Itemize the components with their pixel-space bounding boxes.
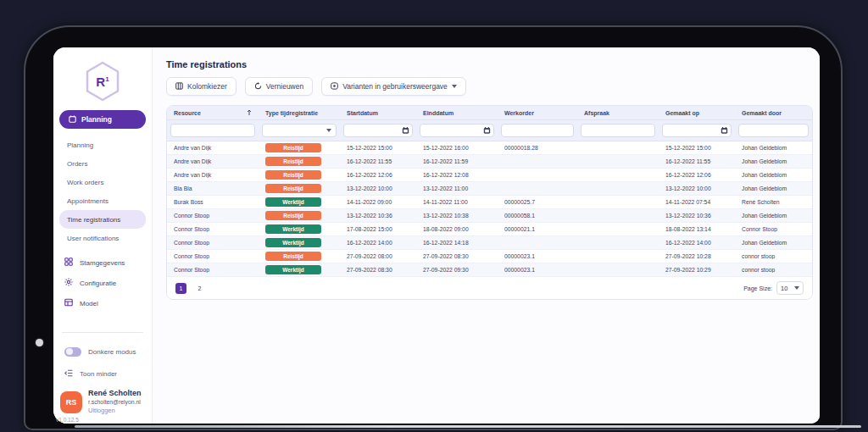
sidebar-item-planning-main[interactable]: Planning [59, 110, 146, 129]
collapse-icon [64, 369, 73, 379]
column-header-afspraak[interactable]: Afspraak [577, 110, 659, 116]
sidebar-divider [62, 332, 143, 333]
cell-end: 16-12-2022 11:59 [416, 158, 498, 164]
cell-start: 16-12-2022 14:00 [340, 240, 416, 246]
filter-afspraak-input[interactable] [581, 124, 655, 137]
column-header-gemaakt-op[interactable]: Gemaakt op [659, 110, 735, 116]
column-label: Startdatum [347, 110, 378, 116]
dark-mode-label: Donkere modus [88, 348, 136, 356]
table-row[interactable]: Burak BossWerktijd14-11-2022 09:0014-11-… [167, 196, 812, 209]
table-row[interactable]: Andre van DijkReistijd15-12-2022 15:0015… [167, 141, 812, 155]
sidebar-item-label: Configuratie [80, 280, 116, 287]
cell-werkorder: 00000023.1 [498, 253, 577, 259]
table-row[interactable]: Andre van DijkReistijd16-12-2022 12:0616… [167, 169, 812, 182]
sidebar-item-appointments[interactable]: Appointments [53, 191, 152, 210]
camera-dot [36, 339, 43, 346]
type-badge: Reistijd [265, 157, 321, 166]
cell-type: Reistijd [259, 157, 340, 166]
column-label: Afspraak [584, 110, 609, 116]
chevron-down-icon [794, 286, 799, 290]
cell-created_by: Johan Geldeblom [735, 213, 812, 219]
tablet-bottom-edge [75, 425, 861, 428]
cell-created_on: 15-12-2022 15:00 [659, 145, 735, 151]
filter-werkorder-input[interactable] [501, 124, 574, 137]
cell-resource: Andre van Dijk [167, 145, 259, 151]
calendar-icon [69, 115, 76, 125]
filter-gemaakt-door-input[interactable] [738, 124, 809, 137]
table-row[interactable]: Bla BlaReistijd13-12-2022 10:0013-12-202… [167, 182, 812, 196]
cell-end: 16-12-2022 14:18 [416, 240, 498, 246]
filter-resource-input[interactable] [170, 124, 255, 137]
sidebar-item-stamgegevens[interactable]: Stamgegevens [53, 252, 152, 273]
cell-type: Werktijd [259, 238, 340, 247]
sidebar-item-configuratie[interactable]: Configuratie [53, 273, 152, 293]
sidebar-item-time-registrations[interactable]: Time registrations [59, 210, 146, 229]
app-window: R1 Planning Planning Orders Work orders … [53, 47, 820, 424]
cell-start: 13-12-2022 10:00 [340, 186, 416, 191]
sidebar-item-user-notifications[interactable]: User notifications [53, 229, 152, 247]
page-size-label: Page Size: [743, 285, 772, 291]
cell-end: 15-12-2022 16:00 [416, 145, 498, 151]
calendar-icon [483, 127, 491, 135]
table-row[interactable]: Andre van DijkReistijd16-12-2022 11:5516… [167, 155, 812, 169]
sidebar-item-planning[interactable]: Planning [53, 136, 152, 154]
user-email: r.scholten@relyon.nl [88, 399, 142, 407]
sidebar-item-orders[interactable]: Orders [53, 154, 152, 173]
sidebar-item-model[interactable]: Model [53, 293, 152, 313]
cell-created_by: Johan Geldeblom [735, 240, 812, 246]
cell-resource: Bla Bla [167, 186, 259, 191]
model-icon [64, 298, 73, 308]
version-label: v1.0.12.5 [56, 417, 79, 423]
cell-start: 27-09-2022 08:30 [340, 267, 416, 273]
table-row[interactable]: Connor StoopReistijd13-12-2022 10:3613-1… [167, 209, 812, 223]
table-row[interactable]: Connor StoopWerktijd16-12-2022 14:0016-1… [167, 236, 812, 250]
chevron-down-icon [326, 129, 331, 132]
cell-type: Reistijd [259, 143, 340, 152]
show-less-row[interactable]: Toon minder [53, 367, 152, 380]
page-button[interactable]: 2 [194, 285, 205, 291]
user-card: RS René Scholten r.scholten@relyon.nl Ui… [53, 384, 152, 420]
dark-mode-toggle[interactable] [64, 347, 81, 357]
logout-link[interactable]: Uitloggen [88, 407, 142, 416]
sidebar-item-work-orders[interactable]: Work orders [53, 173, 152, 191]
sidebar-item-label: Orders [67, 160, 87, 168]
cell-created_on: 13-12-2022 10:00 [659, 186, 735, 191]
column-header-gemaakt-door[interactable]: Gemaakt door [735, 110, 812, 116]
table-row[interactable]: Connor StoopWerktijd27-09-2022 08:3027-0… [167, 263, 812, 277]
column-header-einddatum[interactable]: Einddatum [416, 110, 498, 116]
type-badge: Werktijd [265, 238, 321, 247]
sidebar-item-label: Appointments [67, 197, 108, 205]
main-content: Time registrations Kolomkiezer Vernieuwe… [153, 47, 820, 424]
page-size-control: Page Size: 10 [743, 281, 804, 295]
table-row[interactable]: Connor StoopReistijd27-09-2022 08:0027-0… [167, 250, 812, 263]
refresh-button[interactable]: Vernieuwen [245, 77, 313, 96]
sidebar-sub-nav: Planning Orders Work orders Appointments… [53, 136, 152, 247]
cell-resource: Connor Stoop [167, 240, 259, 246]
column-label: Type tijdregistratie [265, 110, 318, 116]
variants-button[interactable]: Varianten in gebruikersweergave [321, 77, 466, 96]
column-header-type[interactable]: Type tijdregistratie [259, 110, 340, 116]
sidebar: R1 Planning Planning Orders Work orders … [53, 47, 153, 424]
table-body: Andre van DijkReistijd15-12-2022 15:0015… [167, 141, 812, 277]
cell-werkorder: 00000023.1 [498, 267, 577, 273]
user-name: René Scholten [88, 389, 142, 398]
column-header-resource[interactable]: Resource [167, 109, 259, 117]
cell-start: 17-08-2022 15:00 [340, 226, 416, 232]
page-size-select[interactable]: 10 [776, 281, 804, 295]
column-header-werkorder[interactable]: Werkorder [498, 110, 577, 116]
column-chooser-button[interactable]: Kolomkiezer [166, 77, 236, 96]
page-button[interactable]: 1 [175, 283, 186, 294]
gear-icon [64, 278, 73, 288]
column-header-startdatum[interactable]: Startdatum [340, 110, 416, 116]
cell-type: Reistijd [259, 211, 340, 220]
table-row[interactable]: Connor StoopWerktijd17-08-2022 15:0018-0… [167, 223, 812, 236]
filter-type-select[interactable] [262, 124, 337, 137]
cell-end: 13-12-2022 11:00 [416, 186, 498, 191]
grid-icon [64, 258, 73, 268]
dark-mode-row[interactable]: Donkere modus [53, 345, 152, 358]
page-size-value: 10 [781, 285, 787, 292]
cell-start: 15-12-2022 15:00 [340, 145, 416, 151]
column-label: Gemaakt door [742, 110, 782, 116]
column-label: Einddatum [423, 110, 453, 116]
primary-nav-label: Planning [81, 115, 112, 124]
